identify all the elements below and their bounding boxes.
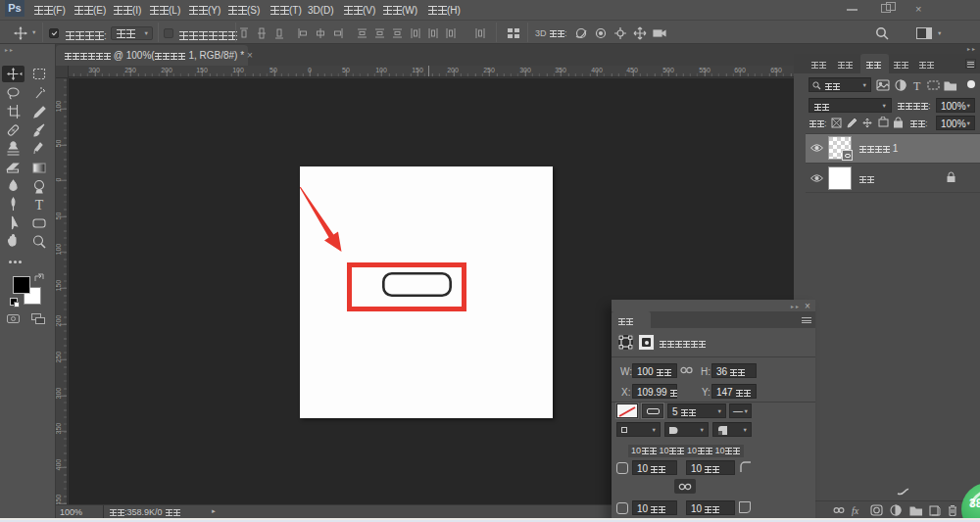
svg-text:T: T: [35, 198, 44, 213]
svg-text:fx: fx: [852, 505, 859, 516]
svg-text:T: T: [913, 79, 921, 93]
